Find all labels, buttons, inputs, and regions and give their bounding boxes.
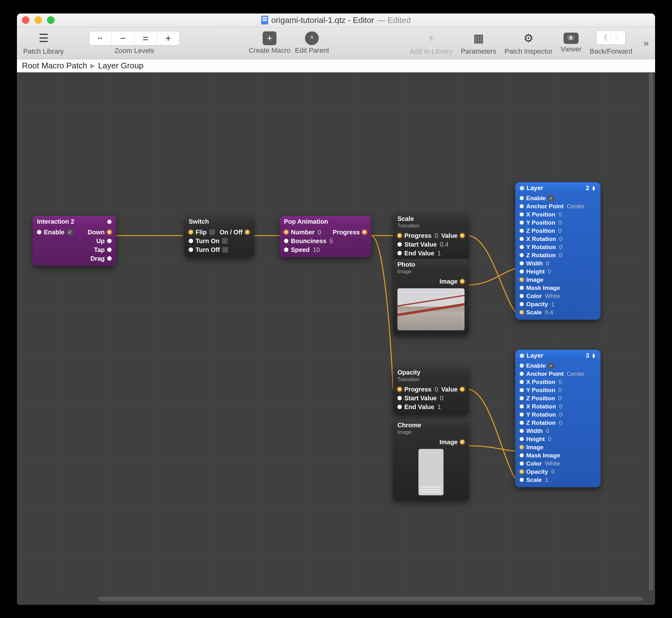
breadcrumb-current[interactable]: Layer Group bbox=[98, 61, 144, 71]
zoom-actual-button[interactable]: = bbox=[134, 31, 157, 45]
minimize-icon[interactable] bbox=[34, 16, 42, 24]
stepper-icon[interactable]: ▲▼ bbox=[591, 353, 596, 358]
node-layer-2[interactable]: Layer 2▲▼ Enable Anchor PointCenter X Po… bbox=[515, 182, 600, 320]
port-zpos[interactable] bbox=[520, 229, 524, 233]
parameters-button[interactable]: ▦ Parameters bbox=[461, 30, 497, 56]
titlebar[interactable]: origami-tutorial-1.qtz - Editor — Edited bbox=[17, 13, 655, 27]
layer-index: 2 bbox=[586, 185, 589, 192]
port-yrot[interactable] bbox=[520, 413, 524, 417]
port-height[interactable] bbox=[520, 437, 524, 441]
input-port-number[interactable] bbox=[284, 230, 288, 234]
turnon-checkbox[interactable] bbox=[222, 238, 228, 244]
node-photo[interactable]: Photo Image Image bbox=[393, 259, 469, 335]
output-port-image[interactable] bbox=[460, 440, 464, 444]
port-image[interactable] bbox=[520, 278, 524, 282]
chevron-right-icon: ▶ bbox=[90, 62, 95, 69]
zoom-fit-button[interactable]: •• bbox=[89, 31, 112, 45]
turnoff-checkbox[interactable] bbox=[222, 247, 228, 252]
port-mask[interactable] bbox=[520, 286, 524, 290]
port-image[interactable] bbox=[520, 445, 524, 449]
port-color[interactable] bbox=[520, 294, 524, 298]
node-opacity[interactable]: Opacity Transition Progress0Value Start … bbox=[393, 367, 469, 414]
port-zrot[interactable] bbox=[520, 421, 524, 425]
stepper-icon[interactable]: ▲▼ bbox=[591, 186, 596, 191]
port-zpos[interactable] bbox=[520, 396, 524, 400]
output-port-value[interactable] bbox=[460, 233, 464, 238]
output-port-up[interactable] bbox=[107, 239, 112, 243]
input-port-end[interactable] bbox=[397, 405, 402, 409]
node-pop-animation[interactable]: Pop Animation Number0Progress Bounciness… bbox=[280, 216, 371, 257]
breadcrumb-root[interactable]: Root Macro Patch bbox=[22, 61, 87, 71]
enable-checkbox[interactable] bbox=[67, 229, 73, 235]
patch-inspector-button[interactable]: ⚙ Patch Inspector bbox=[505, 30, 553, 56]
port-zrot[interactable] bbox=[520, 253, 524, 257]
port-enable[interactable] bbox=[520, 364, 524, 368]
gear-icon: ⚙ bbox=[519, 30, 538, 46]
chrome-thumbnail bbox=[418, 449, 443, 495]
back-button[interactable]: 〈 bbox=[596, 31, 611, 44]
horizontal-scrollbar[interactable] bbox=[99, 597, 643, 601]
input-port-turnoff[interactable] bbox=[189, 247, 193, 252]
input-port-start[interactable] bbox=[397, 396, 402, 400]
output-port-value[interactable] bbox=[460, 387, 464, 392]
port-anchor[interactable] bbox=[520, 372, 524, 376]
input-port-flip[interactable] bbox=[189, 230, 193, 234]
input-port-speed[interactable] bbox=[284, 247, 288, 252]
port-anchor[interactable] bbox=[520, 204, 524, 208]
port-opacity[interactable] bbox=[520, 302, 524, 306]
overflow-icon[interactable]: » bbox=[644, 38, 649, 48]
enable-checkbox[interactable] bbox=[548, 363, 554, 369]
output-port-progress[interactable] bbox=[362, 230, 367, 234]
input-port-progress[interactable] bbox=[397, 387, 402, 392]
viewer-button[interactable]: 👁 Viewer bbox=[561, 33, 582, 53]
node-scale[interactable]: Scale Transition Progress0Value Start Va… bbox=[393, 213, 469, 261]
port-enable[interactable] bbox=[520, 196, 524, 200]
zoom-in-button[interactable]: + bbox=[157, 31, 179, 45]
output-port-image[interactable] bbox=[460, 279, 464, 284]
port-opacity[interactable] bbox=[520, 470, 524, 474]
port-width[interactable] bbox=[520, 429, 524, 433]
port-scale[interactable] bbox=[520, 478, 524, 482]
edit-parent-button[interactable]: ＾ Edit Parent bbox=[295, 31, 329, 55]
output-port-onoff[interactable] bbox=[245, 230, 250, 234]
fullscreen-icon[interactable] bbox=[47, 16, 54, 24]
input-port-progress[interactable] bbox=[397, 233, 402, 238]
output-port-down[interactable] bbox=[107, 230, 112, 234]
edited-flag: — Edited bbox=[377, 15, 411, 25]
create-macro-button[interactable]: + Create Macro bbox=[249, 31, 290, 55]
port-width[interactable] bbox=[520, 261, 524, 266]
output-port-drag[interactable] bbox=[107, 256, 112, 261]
document-icon bbox=[261, 16, 268, 24]
port-xpos[interactable] bbox=[520, 212, 524, 216]
port-scale[interactable] bbox=[520, 310, 524, 314]
output-port[interactable] bbox=[107, 220, 112, 224]
port-height[interactable] bbox=[520, 270, 524, 274]
enable-checkbox[interactable] bbox=[548, 195, 554, 201]
flip-checkbox[interactable] bbox=[210, 229, 215, 235]
node-switch[interactable]: Switch FlipOn / Off Turn On Turn Off bbox=[184, 216, 254, 257]
port-mask[interactable] bbox=[520, 453, 524, 457]
port-color[interactable] bbox=[520, 461, 524, 466]
node-interaction-2[interactable]: Interaction 2 EnableDown Up Tap Drag bbox=[33, 216, 116, 266]
close-icon[interactable] bbox=[22, 16, 29, 24]
port-xpos[interactable] bbox=[520, 380, 524, 384]
input-port[interactable] bbox=[520, 186, 524, 190]
input-port-turnon[interactable] bbox=[189, 239, 193, 243]
port-yrot[interactable] bbox=[520, 245, 524, 249]
zoom-out-button[interactable]: − bbox=[112, 31, 134, 45]
port-xrot[interactable] bbox=[520, 404, 524, 408]
node-chrome[interactable]: Chrome Image Image bbox=[393, 419, 469, 500]
input-port-bounciness[interactable] bbox=[284, 239, 288, 243]
input-port-start[interactable] bbox=[397, 242, 402, 246]
port-xrot[interactable] bbox=[520, 237, 524, 241]
node-layer-3[interactable]: Layer 3▲▼ Enable Anchor PointCenter X Po… bbox=[515, 350, 600, 487]
input-port[interactable] bbox=[520, 353, 524, 358]
patch-library-button[interactable]: ☰ Patch Library bbox=[23, 30, 64, 56]
input-port-end[interactable] bbox=[397, 251, 402, 255]
input-port[interactable] bbox=[37, 230, 41, 234]
vertical-scrollbar[interactable] bbox=[649, 73, 653, 591]
port-ypos[interactable] bbox=[520, 220, 524, 225]
port-ypos[interactable] bbox=[520, 388, 524, 392]
output-port-tap[interactable] bbox=[107, 247, 112, 252]
canvas[interactable]: Interaction 2 EnableDown Up Tap Drag Swi… bbox=[17, 73, 646, 595]
